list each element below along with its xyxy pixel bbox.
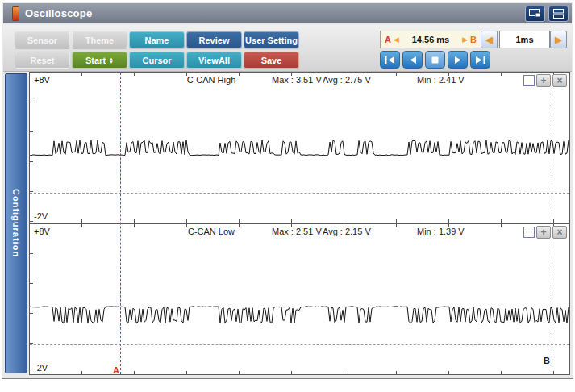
stat-avg: Avg : 2.75 V [323, 75, 371, 85]
theme-button[interactable]: Theme [72, 31, 127, 48]
cursor-b-label: B [544, 356, 550, 365]
close-channel-icon[interactable]: × [552, 74, 567, 87]
channel-visibility-checkbox[interactable] [523, 227, 535, 238]
cursor-b-line[interactable]: B [552, 73, 552, 374]
y-axis-top-label: +8V [34, 75, 50, 85]
cursor-a-line[interactable]: A [120, 73, 121, 374]
step-back-button[interactable] [402, 51, 423, 69]
title-bar: Oscilloscope [3, 3, 572, 23]
playback-controls [380, 51, 490, 69]
stat-min: Min : 2.41 V [417, 75, 465, 85]
cursor-button[interactable]: Cursor [129, 52, 185, 69]
step-forward-button[interactable] [448, 51, 468, 69]
popup-window-icon[interactable] [525, 6, 545, 22]
user-setting-button[interactable]: User Setting [244, 31, 299, 48]
timebase-decrease-button[interactable]: ◀ [481, 31, 498, 48]
cursor-delta-time: 14.56 ms [402, 35, 460, 44]
y-axis-bottom-label: -2V [34, 363, 48, 373]
cursor-b-tag: B [470, 35, 477, 44]
scope-display-area: +8V C-CAN High Max : 3.51 V Avg : 2.75 V… [29, 72, 570, 375]
toolbar: Sensor Theme Name Review User Setting Re… [3, 25, 572, 72]
cursor-a-tag: A [385, 35, 391, 44]
save-button[interactable]: Save [244, 52, 299, 69]
zoom-in-icon[interactable]: + [536, 226, 551, 239]
stat-max: Max : 2.51 V [272, 227, 322, 236]
waveform-c-can-low [30, 224, 569, 374]
channel-panel-c-can-low: +8V C-CAN Low Max : 2.51 V Avg : 2.15 V … [30, 223, 569, 374]
viewall-button[interactable]: ViewAll [186, 52, 242, 69]
stat-avg: Avg : 2.15 V [323, 227, 371, 236]
app-icon [13, 7, 19, 20]
channel-name: C-CAN Low [147, 227, 276, 236]
review-button[interactable]: Review [186, 31, 242, 48]
y-axis-bottom-label: -2V [34, 211, 48, 221]
configuration-tab-label: Configuration [11, 189, 21, 257]
channel-controls: + × [523, 226, 567, 239]
stop-button[interactable] [425, 51, 445, 69]
timebase-increase-button[interactable]: ▶ [550, 31, 567, 48]
start-button[interactable]: Start ▲ ▼ [72, 52, 127, 69]
app-window: Oscilloscope Sensor Theme Name [2, 2, 573, 379]
name-button[interactable]: Name [129, 31, 185, 48]
cursor-a-label: A [113, 365, 119, 375]
configuration-tab[interactable]: Configuration [5, 73, 27, 373]
channel-controls: + × [523, 74, 567, 87]
arrow-right-icon: ▶ [462, 35, 468, 44]
channel-name: C-CAN High [147, 75, 276, 85]
channel-panel-c-can-high: +8V C-CAN High Max : 3.51 V Avg : 2.75 V… [30, 73, 569, 223]
start-spinner-icon[interactable]: ▲ ▼ [109, 57, 114, 64]
window-title: Oscilloscope [25, 7, 522, 19]
skip-end-button[interactable] [470, 51, 490, 69]
reset-button[interactable]: Reset [15, 52, 70, 69]
stat-min: Min : 1.39 V [417, 227, 465, 236]
oscilloscope-app: Oscilloscope Sensor Theme Name [0, 0, 575, 392]
arrow-left-icon: ◀ [394, 35, 399, 44]
timebase-value[interactable]: 1ms [499, 31, 550, 48]
stat-max: Max : 3.51 V [272, 75, 322, 85]
zoom-in-icon[interactable]: + [536, 74, 551, 87]
channel-visibility-checkbox[interactable] [523, 75, 535, 86]
y-axis-top-label: +8V [34, 227, 50, 236]
skip-start-button[interactable] [380, 51, 400, 69]
cursor-time-readout: A ◀ 14.56 ms ▶ B [380, 31, 481, 48]
waveform-c-can-high [30, 73, 569, 223]
sensor-button[interactable]: Sensor [15, 31, 70, 48]
close-channel-icon[interactable]: × [552, 226, 567, 239]
split-layout-icon[interactable] [548, 6, 569, 22]
